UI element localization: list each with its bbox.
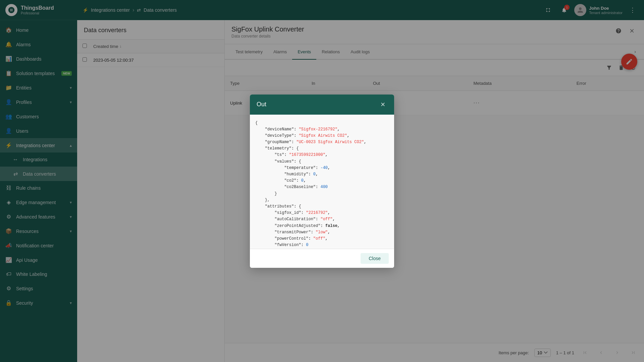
modal-body: { "deviceName": "Sigfox-2216792", "devic… [250,115,394,249]
modal-footer: Close [250,249,394,268]
modal-title: Out [257,101,266,108]
modal-close-button[interactable]: ✕ [378,100,387,109]
modal-overlay[interactable]: Out ✕ { "deviceName": "Sigfox-2216792", … [0,0,644,362]
modal: Out ✕ { "deviceName": "Sigfox-2216792", … [250,95,394,268]
close-button[interactable]: Close [361,253,389,264]
modal-header: Out ✕ [250,95,394,115]
